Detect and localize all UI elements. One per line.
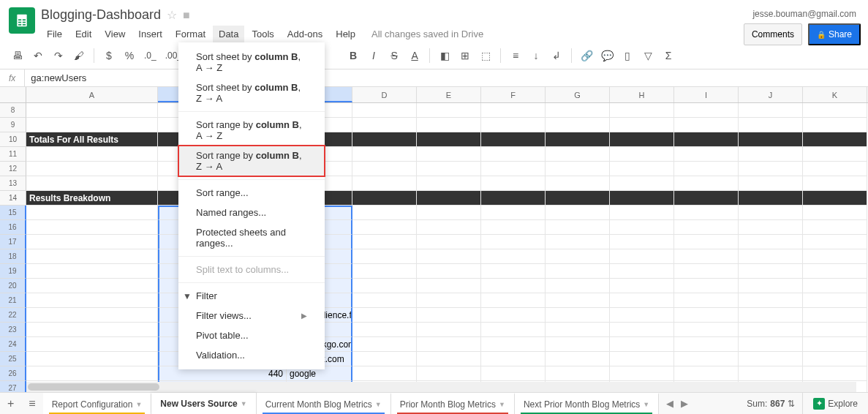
cell[interactable] xyxy=(481,132,546,147)
formula-input[interactable]: ga:newUsers xyxy=(25,72,92,83)
cell[interactable] xyxy=(739,352,803,366)
cell[interactable] xyxy=(481,279,546,293)
cell[interactable] xyxy=(352,147,417,162)
cell[interactable] xyxy=(352,337,417,352)
dd-sort-sheet-az[interactable]: Sort sheet by column B, A → Z xyxy=(178,47,325,78)
cell[interactable] xyxy=(739,249,803,264)
cell[interactable]: Results Breakdown xyxy=(26,191,158,206)
cell[interactable] xyxy=(481,220,546,235)
user-email[interactable]: jesse.bouman@gmail.com xyxy=(752,9,856,19)
menu-edit[interactable]: Edit xyxy=(69,26,97,42)
cell[interactable] xyxy=(803,323,867,337)
col-header-k[interactable]: K xyxy=(803,87,867,102)
chart-icon[interactable]: ▯ xyxy=(619,47,636,64)
cell[interactable] xyxy=(546,279,610,293)
cell[interactable] xyxy=(352,249,417,264)
cell[interactable] xyxy=(803,118,867,132)
cell[interactable] xyxy=(803,132,867,147)
cell[interactable] xyxy=(546,132,610,147)
cell[interactable] xyxy=(26,103,158,118)
row-header[interactable]: 24 xyxy=(0,337,26,352)
cell[interactable] xyxy=(417,162,481,176)
cell[interactable] xyxy=(481,249,546,264)
dd-protected[interactable]: Protected sheets and ranges... xyxy=(178,222,325,253)
row-header[interactable]: 18 xyxy=(0,249,26,264)
col-header-f[interactable]: F xyxy=(481,87,546,102)
cell[interactable] xyxy=(610,191,674,206)
cell[interactable] xyxy=(803,191,867,206)
cell[interactable] xyxy=(481,235,546,249)
cell[interactable] xyxy=(610,162,674,176)
share-button[interactable]: 🔒Share xyxy=(808,23,861,45)
cell[interactable] xyxy=(352,366,417,381)
row-header[interactable]: 23 xyxy=(0,323,26,337)
cell[interactable] xyxy=(610,293,674,308)
cell[interactable] xyxy=(26,118,158,132)
dd-filter[interactable]: ▼Filter xyxy=(178,286,325,306)
cell[interactable] xyxy=(26,235,158,249)
cell[interactable] xyxy=(674,264,739,279)
cell[interactable] xyxy=(26,264,158,279)
cell[interactable] xyxy=(674,132,739,147)
cell[interactable] xyxy=(26,337,158,352)
cell[interactable] xyxy=(26,147,158,162)
cell[interactable] xyxy=(674,352,739,366)
fill-color-icon[interactable]: ◧ xyxy=(436,47,453,64)
cell[interactable] xyxy=(481,147,546,162)
cell[interactable] xyxy=(352,264,417,279)
cell[interactable] xyxy=(739,103,803,118)
horizontal-scrollbar[interactable] xyxy=(26,382,856,392)
cell[interactable] xyxy=(803,308,867,323)
col-header-j[interactable]: J xyxy=(739,87,803,102)
cell[interactable] xyxy=(26,323,158,337)
cell[interactable] xyxy=(26,220,158,235)
vertical-align-icon[interactable]: ↓ xyxy=(527,47,545,64)
cell[interactable] xyxy=(610,323,674,337)
dd-named-ranges[interactable]: Named ranges... xyxy=(178,203,325,222)
cell[interactable] xyxy=(739,162,803,176)
cell[interactable] xyxy=(546,118,610,132)
cell[interactable] xyxy=(352,308,417,323)
cell[interactable] xyxy=(674,118,739,132)
row-header[interactable]: 10 xyxy=(0,132,26,147)
cell[interactable] xyxy=(803,103,867,118)
functions-icon[interactable]: Σ xyxy=(660,47,677,64)
cell[interactable] xyxy=(417,352,481,366)
cell[interactable] xyxy=(739,176,803,191)
cell[interactable] xyxy=(803,162,867,176)
sheets-logo[interactable] xyxy=(9,7,35,34)
cell[interactable] xyxy=(352,235,417,249)
col-header-h[interactable]: H xyxy=(610,87,674,102)
cell[interactable] xyxy=(417,323,481,337)
dd-validation[interactable]: Validation... xyxy=(178,345,325,365)
row-header[interactable]: 9 xyxy=(0,118,26,132)
cell[interactable] xyxy=(803,220,867,235)
cell[interactable] xyxy=(739,147,803,162)
cell[interactable] xyxy=(674,323,739,337)
cell[interactable] xyxy=(674,147,739,162)
cell[interactable] xyxy=(674,103,739,118)
cell[interactable] xyxy=(803,206,867,220)
cell[interactable] xyxy=(481,323,546,337)
add-sheet-button[interactable]: + xyxy=(0,397,21,410)
cell[interactable] xyxy=(481,176,546,191)
merge-icon[interactable]: ⬚ xyxy=(477,47,494,64)
cell[interactable] xyxy=(546,235,610,249)
cell[interactable] xyxy=(546,103,610,118)
menu-file[interactable]: File xyxy=(41,26,68,42)
cell[interactable] xyxy=(26,308,158,323)
col-header-g[interactable]: G xyxy=(546,87,610,102)
cell[interactable] xyxy=(610,308,674,323)
dd-sort-range[interactable]: Sort range... xyxy=(178,183,325,203)
cell[interactable] xyxy=(610,220,674,235)
menu-format[interactable]: Format xyxy=(170,26,211,42)
cell[interactable] xyxy=(417,206,481,220)
cell[interactable] xyxy=(546,352,610,366)
cell[interactable] xyxy=(546,220,610,235)
cell[interactable] xyxy=(674,279,739,293)
cell[interactable] xyxy=(610,132,674,147)
cell[interactable] xyxy=(610,235,674,249)
cell[interactable] xyxy=(739,308,803,323)
tab-next-prior-month[interactable]: Next Prior Month Blog Metrics▼ xyxy=(515,393,659,414)
cell[interactable]: Totals For All Results xyxy=(26,132,158,147)
